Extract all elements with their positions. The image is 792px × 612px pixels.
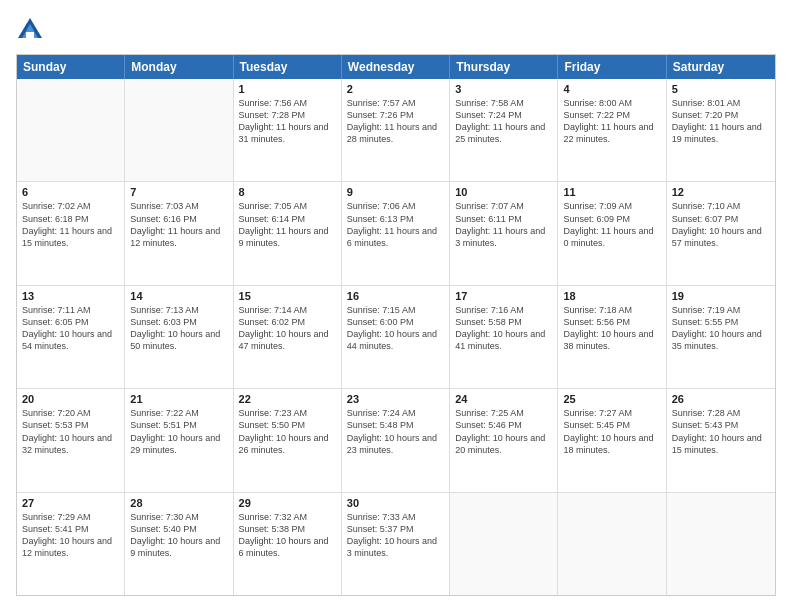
day-info: Sunrise: 7:57 AM Sunset: 7:26 PM Dayligh…: [347, 97, 444, 146]
day-cell-13: 13Sunrise: 7:11 AM Sunset: 6:05 PM Dayli…: [17, 286, 125, 388]
day-info: Sunrise: 7:09 AM Sunset: 6:09 PM Dayligh…: [563, 200, 660, 249]
day-number: 22: [239, 393, 336, 405]
day-info: Sunrise: 7:05 AM Sunset: 6:14 PM Dayligh…: [239, 200, 336, 249]
day-cell-1: 1Sunrise: 7:56 AM Sunset: 7:28 PM Daylig…: [234, 79, 342, 181]
day-cell-29: 29Sunrise: 7:32 AM Sunset: 5:38 PM Dayli…: [234, 493, 342, 595]
day-info: Sunrise: 7:19 AM Sunset: 5:55 PM Dayligh…: [672, 304, 770, 353]
day-info: Sunrise: 8:01 AM Sunset: 7:20 PM Dayligh…: [672, 97, 770, 146]
calendar-row-4: 27Sunrise: 7:29 AM Sunset: 5:41 PM Dayli…: [17, 492, 775, 595]
day-info: Sunrise: 8:00 AM Sunset: 7:22 PM Dayligh…: [563, 97, 660, 146]
empty-cell-0-1: [125, 79, 233, 181]
calendar-row-2: 13Sunrise: 7:11 AM Sunset: 6:05 PM Dayli…: [17, 285, 775, 388]
day-info: Sunrise: 7:03 AM Sunset: 6:16 PM Dayligh…: [130, 200, 227, 249]
day-number: 6: [22, 186, 119, 198]
calendar-header: SundayMondayTuesdayWednesdayThursdayFrid…: [17, 55, 775, 79]
day-cell-24: 24Sunrise: 7:25 AM Sunset: 5:46 PM Dayli…: [450, 389, 558, 491]
day-number: 25: [563, 393, 660, 405]
day-info: Sunrise: 7:30 AM Sunset: 5:40 PM Dayligh…: [130, 511, 227, 560]
day-cell-7: 7Sunrise: 7:03 AM Sunset: 6:16 PM Daylig…: [125, 182, 233, 284]
day-number: 14: [130, 290, 227, 302]
day-number: 1: [239, 83, 336, 95]
day-info: Sunrise: 7:02 AM Sunset: 6:18 PM Dayligh…: [22, 200, 119, 249]
day-info: Sunrise: 7:23 AM Sunset: 5:50 PM Dayligh…: [239, 407, 336, 456]
day-number: 26: [672, 393, 770, 405]
day-number: 2: [347, 83, 444, 95]
day-info: Sunrise: 7:14 AM Sunset: 6:02 PM Dayligh…: [239, 304, 336, 353]
day-number: 30: [347, 497, 444, 509]
day-cell-27: 27Sunrise: 7:29 AM Sunset: 5:41 PM Dayli…: [17, 493, 125, 595]
empty-cell-4-6: [667, 493, 775, 595]
day-cell-11: 11Sunrise: 7:09 AM Sunset: 6:09 PM Dayli…: [558, 182, 666, 284]
day-number: 7: [130, 186, 227, 198]
page: SundayMondayTuesdayWednesdayThursdayFrid…: [0, 0, 792, 612]
day-info: Sunrise: 7:25 AM Sunset: 5:46 PM Dayligh…: [455, 407, 552, 456]
day-number: 27: [22, 497, 119, 509]
calendar-body: 1Sunrise: 7:56 AM Sunset: 7:28 PM Daylig…: [17, 79, 775, 595]
day-number: 8: [239, 186, 336, 198]
day-number: 15: [239, 290, 336, 302]
calendar-row-0: 1Sunrise: 7:56 AM Sunset: 7:28 PM Daylig…: [17, 79, 775, 181]
day-number: 29: [239, 497, 336, 509]
day-cell-21: 21Sunrise: 7:22 AM Sunset: 5:51 PM Dayli…: [125, 389, 233, 491]
logo: [16, 16, 48, 44]
day-info: Sunrise: 7:24 AM Sunset: 5:48 PM Dayligh…: [347, 407, 444, 456]
day-cell-30: 30Sunrise: 7:33 AM Sunset: 5:37 PM Dayli…: [342, 493, 450, 595]
header-day-thursday: Thursday: [450, 55, 558, 79]
day-cell-28: 28Sunrise: 7:30 AM Sunset: 5:40 PM Dayli…: [125, 493, 233, 595]
day-number: 10: [455, 186, 552, 198]
day-number: 3: [455, 83, 552, 95]
day-info: Sunrise: 7:15 AM Sunset: 6:00 PM Dayligh…: [347, 304, 444, 353]
day-cell-5: 5Sunrise: 8:01 AM Sunset: 7:20 PM Daylig…: [667, 79, 775, 181]
header-day-saturday: Saturday: [667, 55, 775, 79]
day-number: 16: [347, 290, 444, 302]
day-cell-10: 10Sunrise: 7:07 AM Sunset: 6:11 PM Dayli…: [450, 182, 558, 284]
day-cell-15: 15Sunrise: 7:14 AM Sunset: 6:02 PM Dayli…: [234, 286, 342, 388]
calendar: SundayMondayTuesdayWednesdayThursdayFrid…: [16, 54, 776, 596]
day-info: Sunrise: 7:07 AM Sunset: 6:11 PM Dayligh…: [455, 200, 552, 249]
day-number: 19: [672, 290, 770, 302]
logo-icon: [16, 16, 44, 44]
day-cell-6: 6Sunrise: 7:02 AM Sunset: 6:18 PM Daylig…: [17, 182, 125, 284]
empty-cell-0-0: [17, 79, 125, 181]
day-info: Sunrise: 7:18 AM Sunset: 5:56 PM Dayligh…: [563, 304, 660, 353]
day-info: Sunrise: 7:29 AM Sunset: 5:41 PM Dayligh…: [22, 511, 119, 560]
day-info: Sunrise: 7:20 AM Sunset: 5:53 PM Dayligh…: [22, 407, 119, 456]
day-number: 9: [347, 186, 444, 198]
day-number: 18: [563, 290, 660, 302]
day-info: Sunrise: 7:06 AM Sunset: 6:13 PM Dayligh…: [347, 200, 444, 249]
day-cell-25: 25Sunrise: 7:27 AM Sunset: 5:45 PM Dayli…: [558, 389, 666, 491]
day-info: Sunrise: 7:10 AM Sunset: 6:07 PM Dayligh…: [672, 200, 770, 249]
calendar-row-3: 20Sunrise: 7:20 AM Sunset: 5:53 PM Dayli…: [17, 388, 775, 491]
header-day-wednesday: Wednesday: [342, 55, 450, 79]
empty-cell-4-4: [450, 493, 558, 595]
day-cell-23: 23Sunrise: 7:24 AM Sunset: 5:48 PM Dayli…: [342, 389, 450, 491]
day-cell-12: 12Sunrise: 7:10 AM Sunset: 6:07 PM Dayli…: [667, 182, 775, 284]
day-cell-22: 22Sunrise: 7:23 AM Sunset: 5:50 PM Dayli…: [234, 389, 342, 491]
day-info: Sunrise: 7:22 AM Sunset: 5:51 PM Dayligh…: [130, 407, 227, 456]
day-info: Sunrise: 7:11 AM Sunset: 6:05 PM Dayligh…: [22, 304, 119, 353]
header-day-monday: Monday: [125, 55, 233, 79]
header-day-tuesday: Tuesday: [234, 55, 342, 79]
day-info: Sunrise: 7:32 AM Sunset: 5:38 PM Dayligh…: [239, 511, 336, 560]
day-info: Sunrise: 7:27 AM Sunset: 5:45 PM Dayligh…: [563, 407, 660, 456]
day-info: Sunrise: 7:28 AM Sunset: 5:43 PM Dayligh…: [672, 407, 770, 456]
day-cell-18: 18Sunrise: 7:18 AM Sunset: 5:56 PM Dayli…: [558, 286, 666, 388]
day-cell-4: 4Sunrise: 8:00 AM Sunset: 7:22 PM Daylig…: [558, 79, 666, 181]
day-cell-26: 26Sunrise: 7:28 AM Sunset: 5:43 PM Dayli…: [667, 389, 775, 491]
day-cell-3: 3Sunrise: 7:58 AM Sunset: 7:24 PM Daylig…: [450, 79, 558, 181]
day-number: 17: [455, 290, 552, 302]
day-info: Sunrise: 7:56 AM Sunset: 7:28 PM Dayligh…: [239, 97, 336, 146]
day-number: 12: [672, 186, 770, 198]
empty-cell-4-5: [558, 493, 666, 595]
day-cell-16: 16Sunrise: 7:15 AM Sunset: 6:00 PM Dayli…: [342, 286, 450, 388]
day-number: 4: [563, 83, 660, 95]
calendar-row-1: 6Sunrise: 7:02 AM Sunset: 6:18 PM Daylig…: [17, 181, 775, 284]
day-number: 23: [347, 393, 444, 405]
header: [16, 16, 776, 44]
day-number: 28: [130, 497, 227, 509]
day-number: 5: [672, 83, 770, 95]
day-info: Sunrise: 7:33 AM Sunset: 5:37 PM Dayligh…: [347, 511, 444, 560]
day-cell-14: 14Sunrise: 7:13 AM Sunset: 6:03 PM Dayli…: [125, 286, 233, 388]
header-day-sunday: Sunday: [17, 55, 125, 79]
day-cell-9: 9Sunrise: 7:06 AM Sunset: 6:13 PM Daylig…: [342, 182, 450, 284]
